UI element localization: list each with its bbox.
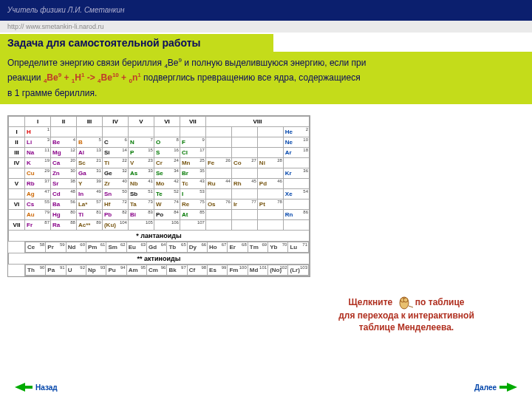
hint-text: таблице Менделеева. — [359, 322, 454, 332]
op: + — [61, 72, 72, 83]
next-button[interactable]: Далее — [474, 383, 517, 392]
el: Be — [101, 72, 112, 83]
task-text: подверглись превращению все ядра, содерж… — [141, 72, 361, 83]
header-teacher: Учитель физики Л.И. Сметанкин — [0, 0, 532, 21]
mouse-icon — [395, 296, 413, 310]
arrow-right-icon — [507, 383, 517, 392]
op: + — [119, 72, 129, 83]
hint-text: по таблице — [413, 297, 465, 307]
header-url: http:// www.smetankin-li.narod.ru — [0, 21, 532, 33]
el: Be — [168, 58, 179, 68]
click-hint: Щелкните по таблице для перехода к интер… — [310, 296, 502, 333]
back-label: Назад — [35, 383, 58, 392]
task-text: реакции — [7, 72, 44, 83]
el: Be — [47, 72, 58, 83]
el: H — [75, 72, 81, 83]
task-text: и полную выделившуюся энергию, если при — [182, 58, 366, 68]
next-label: Далее — [474, 383, 497, 392]
op: -> — [84, 72, 98, 83]
reaction: 4Be9 + 1H1 -> 4Be10 + 0n1 — [44, 72, 141, 83]
task-body: Определите энергию связи бериллия 4Be9 и… — [0, 52, 532, 104]
hint-text: для перехода к интерактивной — [338, 310, 474, 321]
task-text: Определите энергию связи бериллия — [7, 58, 164, 68]
arrow-left-icon — [15, 383, 25, 392]
svg-point-2 — [403, 298, 408, 302]
sup: 10 — [112, 72, 119, 78]
back-button[interactable]: Назад — [15, 383, 58, 392]
task-title: Задача для самостоятельной работы — [0, 34, 273, 52]
hint-text: Щелкните — [348, 297, 395, 307]
task-text: в 1 грамме бериллия. — [7, 88, 97, 98]
periodic-table[interactable]: IIIIIIIVVVIVIIVIIII1H2HeII3Li4Be5B6C7N8O… — [7, 115, 310, 277]
